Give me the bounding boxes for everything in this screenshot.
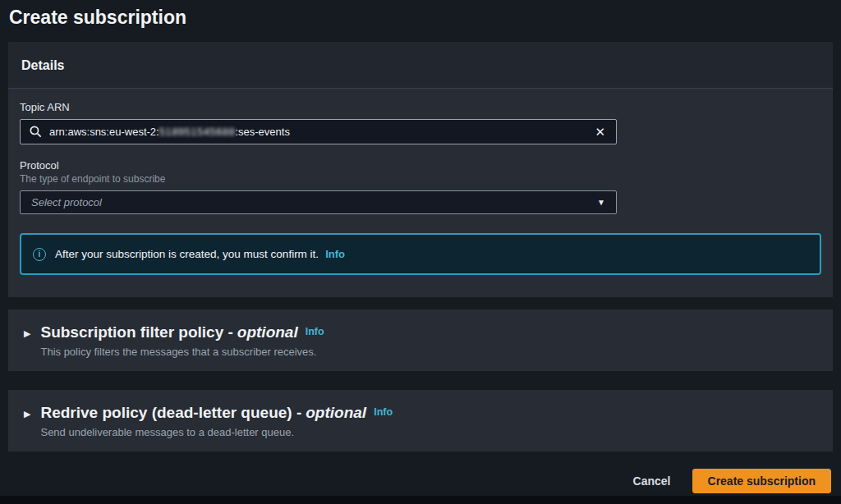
redrive-policy-heading: Redrive policy (dead-letter queue) -opti… [40,404,393,422]
expand-triangle-icon[interactable]: ▶ [24,409,30,419]
protocol-label: Protocol [20,159,821,172]
details-card: Details Topic ARN arn:aws:sns:eu-west-2:… [8,42,833,297]
bottom-strip [0,496,841,504]
topic-arn-value: arn:aws:sns:eu-west-2:518951545688:ses-e… [49,126,593,138]
redrive-policy-section[interactable]: ▶ Redrive policy (dead-letter queue) -op… [8,390,833,451]
form-actions: Cancel Create subscription [0,469,831,493]
chevron-down-icon: ▼ [597,198,605,207]
filter-policy-content: Subscription filter policy -optionalInfo… [40,323,324,358]
details-card-header: Details [8,42,833,89]
protocol-field: Protocol The type of endpoint to subscri… [20,159,821,214]
filter-policy-description: This policy filters the messages that a … [40,346,324,358]
alert-text: After your subscription is created, you … [55,248,319,260]
alert-info-link[interactable]: Info [325,248,345,260]
protocol-description: The type of endpoint to subscribe [20,173,821,185]
filter-policy-section[interactable]: ▶ Subscription filter policy -optionalIn… [8,309,833,371]
create-subscription-button[interactable]: Create subscription [692,469,831,493]
topic-arn-account-redacted: 518951545688 [159,126,236,138]
topic-arn-label: Topic ARN [20,101,821,113]
topic-arn-value-prefix: arn:aws:sns:eu-west-2: [49,126,159,138]
redrive-policy-title: Redrive policy (dead-letter queue) - [40,404,301,421]
info-circle-icon: i [33,248,46,261]
redrive-policy-info-link[interactable]: Info [374,406,393,418]
search-icon [30,126,42,138]
protocol-select[interactable]: Select protocol ▼ [20,190,617,214]
clear-icon[interactable]: ✕ [593,124,607,140]
confirmation-info-alert: i After your subscription is created, yo… [20,233,821,275]
details-heading: Details [21,58,821,73]
protocol-select-placeholder: Select protocol [31,196,597,208]
details-card-body: Topic ARN arn:aws:sns:eu-west-2:51895154… [8,89,833,297]
filter-policy-title: Subscription filter policy - [40,323,232,341]
filter-policy-optional: optional [237,323,298,341]
redrive-policy-optional: optional [306,404,366,421]
create-subscription-page: Create subscription Details Topic ARN ar… [0,0,841,504]
page-title: Create subscription [9,7,841,29]
expand-triangle-icon[interactable]: ▶ [24,328,30,339]
topic-arn-value-suffix: :ses-events [235,126,289,138]
cancel-button[interactable]: Cancel [618,469,686,493]
redrive-policy-description: Send undeliverable messages to a dead-le… [40,426,393,438]
topic-arn-input[interactable]: arn:aws:sns:eu-west-2:518951545688:ses-e… [20,119,617,144]
filter-policy-heading: Subscription filter policy -optionalInfo [40,323,324,341]
redrive-policy-content: Redrive policy (dead-letter queue) -opti… [40,404,393,438]
filter-policy-info-link[interactable]: Info [306,326,324,337]
